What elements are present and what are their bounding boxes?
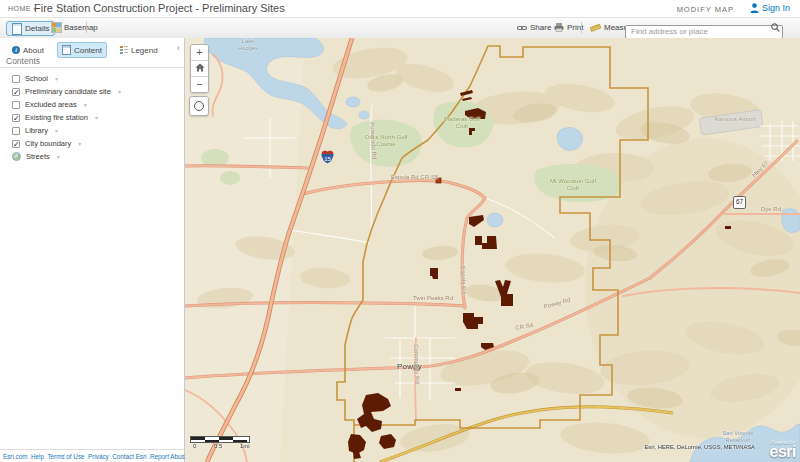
sign-in-label: Sign In	[762, 3, 790, 13]
layer-checkbox[interactable]	[12, 75, 20, 83]
layer-menu-caret-icon[interactable]	[55, 127, 58, 134]
app-header: HOME ▾ Fire Station Construction Project…	[0, 0, 800, 18]
search-icon[interactable]	[771, 23, 780, 32]
footer-link-report[interactable]: Report Abuse	[150, 453, 188, 460]
layer-menu-caret-icon[interactable]	[57, 153, 60, 160]
toolbar-divider	[86, 22, 87, 33]
layer-row-streets[interactable]: Streets	[0, 150, 184, 163]
map-canvas[interactable]: Poway Lake Hodges Oaks North Golf Course…	[185, 38, 800, 462]
layer-label: Excluded areas	[25, 100, 77, 109]
sign-in-button[interactable]: Sign In	[750, 3, 790, 13]
footer-link-contact[interactable]: Contact Esri	[112, 453, 150, 460]
tab-about[interactable]: iAbout	[8, 44, 48, 57]
legend-icon	[120, 46, 128, 54]
tab-legend[interactable]: Legend	[116, 44, 162, 57]
details-sidebar: iAbout Content Legend ‹ Contents School …	[0, 38, 185, 462]
printer-icon	[554, 23, 564, 32]
layer-label: School	[25, 74, 48, 83]
layer-checkbox[interactable]	[12, 101, 20, 109]
layer-label: Preliminary candidate site	[25, 87, 111, 96]
person-icon	[750, 3, 759, 13]
modify-map-button[interactable]: MODIFY MAP	[677, 5, 734, 14]
search-input[interactable]	[625, 25, 783, 39]
layer-checkbox[interactable]: ✓	[12, 140, 20, 148]
find-my-location-button[interactable]	[189, 96, 209, 116]
search-box	[625, 20, 783, 34]
default-extent-button[interactable]	[191, 60, 208, 76]
basemap-grid-icon	[52, 23, 61, 32]
footer-links: Esri.com Help Terms of Use Privacy Conta…	[0, 449, 184, 462]
home-menu-button[interactable]: HOME ▾	[8, 5, 37, 12]
details-label: Details	[25, 24, 49, 33]
footer-link-terms[interactable]: Terms of Use	[47, 453, 88, 460]
collapse-panel-button[interactable]: ‹	[177, 44, 180, 52]
toolbar-divider	[581, 22, 582, 33]
layer-menu-caret-icon[interactable]	[55, 75, 58, 82]
layer-label: Existing fire station	[25, 113, 88, 122]
details-panel-icon	[12, 23, 22, 35]
info-icon: i	[12, 46, 20, 54]
map-toolbar: Details Basemap Share Print Measure	[0, 18, 800, 39]
tab-content-label: Content	[74, 46, 102, 55]
zoom-in-button[interactable]: +	[191, 45, 208, 60]
zoom-control-group: + −	[190, 44, 209, 93]
layer-row-excluded-areas[interactable]: Excluded areas	[0, 98, 184, 111]
tab-legend-label: Legend	[131, 46, 158, 55]
layer-list: School ✓ Preliminary candidate site Excl…	[0, 72, 184, 163]
layer-menu-caret-icon[interactable]	[95, 114, 98, 121]
layer-row-school[interactable]: School	[0, 72, 184, 85]
layer-label: Streets	[26, 152, 50, 161]
layer-checkbox[interactable]: ✓	[12, 114, 20, 122]
footer-link-privacy[interactable]: Privacy	[88, 453, 112, 460]
home-icon	[195, 63, 205, 72]
layer-checkbox[interactable]: ✓	[12, 88, 20, 96]
layer-checkbox[interactable]	[12, 127, 20, 135]
link-icon	[517, 24, 527, 32]
layer-label: Library	[25, 126, 48, 135]
layer-row-city-boundary[interactable]: ✓ City boundary	[0, 137, 184, 150]
layer-menu-caret-icon[interactable]	[78, 140, 81, 147]
ruler-icon	[590, 23, 601, 32]
zoom-out-button[interactable]: −	[191, 76, 208, 92]
basemap-button[interactable]: Basemap	[47, 21, 103, 34]
layer-label: City boundary	[25, 139, 71, 148]
tab-about-label: About	[23, 46, 44, 55]
layer-menu-caret-icon[interactable]	[118, 88, 121, 95]
divider	[0, 67, 184, 68]
layer-row-preliminary-candidate-site[interactable]: ✓ Preliminary candidate site	[0, 85, 184, 98]
contents-heading: Contents	[6, 56, 40, 66]
layer-row-existing-fire-station[interactable]: ✓ Existing fire station	[0, 111, 184, 124]
arcgis-map-viewer: HOME ▾ Fire Station Construction Project…	[0, 0, 800, 462]
layer-row-library[interactable]: Library	[0, 124, 184, 137]
footer-link-help[interactable]: Help	[31, 453, 47, 460]
print-button[interactable]: Print	[549, 21, 588, 34]
tab-content[interactable]: Content	[57, 42, 107, 58]
content-list-icon	[62, 45, 71, 55]
home-label: HOME	[8, 5, 31, 12]
page-title: Fire Station Construction Project - Prel…	[34, 2, 285, 14]
basemap-globe-icon	[12, 152, 21, 161]
footer-link-esri[interactable]: Esri.com	[3, 453, 31, 460]
basemap-svg	[185, 38, 800, 462]
basemap-label: Basemap	[64, 23, 98, 32]
layer-menu-caret-icon[interactable]	[84, 101, 87, 108]
